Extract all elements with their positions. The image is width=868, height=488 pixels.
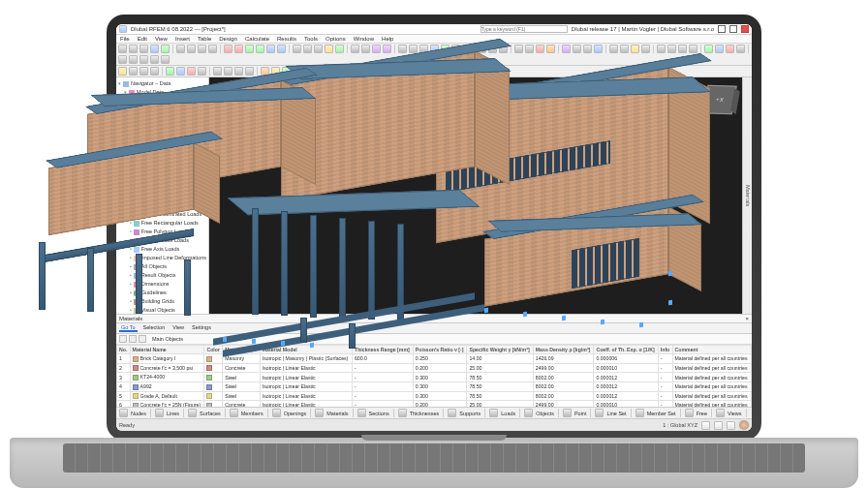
panel-close-icon[interactable]: ×: [745, 316, 749, 321]
toolbar-button[interactable]: [409, 45, 418, 53]
toolbar-button[interactable]: [118, 45, 127, 53]
menu-design[interactable]: Design: [218, 36, 238, 42]
tree-item[interactable]: Materials: [118, 97, 206, 106]
toolbar-button[interactable]: [140, 45, 148, 53]
tree-item[interactable]: Surface Sets: [118, 175, 206, 184]
ribbon-button-icon[interactable]: [315, 409, 324, 417]
table-header[interactable]: Poisson's Ratio ν [-]: [413, 346, 467, 354]
tree-item[interactable]: Sections: [118, 106, 206, 114]
toolbar-button[interactable]: [325, 45, 333, 53]
toolbar-button[interactable]: [499, 45, 508, 53]
table-header[interactable]: Coeff. of Th. Exp. α [1/K]: [594, 346, 658, 354]
user-avatar[interactable]: [739, 420, 749, 430]
tree-item[interactable]: Line Sets: [118, 167, 206, 175]
tree-item[interactable]: Visual Objects: [118, 306, 206, 314]
toolbar-button[interactable]: [461, 67, 470, 76]
menu-results[interactable]: Results: [276, 36, 297, 42]
toolbar-button[interactable]: [245, 45, 254, 53]
mat-tool-btn[interactable]: [129, 335, 137, 343]
ribbon-button-icon[interactable]: [563, 409, 572, 417]
toolbar-button[interactable]: [245, 67, 254, 76]
table-header[interactable]: Mass Density ρ [kg/m³]: [533, 346, 594, 354]
table-row[interactable]: 5Grade A, DefaultSteelIsotropic | Linear…: [117, 391, 752, 401]
table-header[interactable]: Comment: [672, 346, 751, 354]
toolbar-button[interactable]: [303, 45, 312, 53]
toolbar-button[interactable]: [118, 55, 127, 64]
tree-item[interactable]: Free Circular Loads: [118, 201, 206, 210]
toolbar-button[interactable]: [667, 45, 676, 53]
toolbar-button[interactable]: [308, 67, 317, 76]
toolbar-button[interactable]: [266, 45, 275, 53]
toolbar-button[interactable]: [536, 45, 544, 53]
toolbar-button[interactable]: [176, 67, 185, 76]
toolbar-button[interactable]: [187, 67, 196, 76]
toolbar-button[interactable]: [403, 67, 412, 76]
status-btn[interactable]: [701, 421, 710, 430]
menu-calculate[interactable]: Calculate: [244, 36, 270, 42]
ribbon-button-icon[interactable]: [636, 409, 644, 417]
right-panel-tab[interactable]: Materials: [742, 77, 752, 314]
toolbar-button[interactable]: [261, 67, 269, 76]
toolbar-button[interactable]: [525, 45, 534, 53]
tree-item[interactable]: Free Rectangular Loads: [118, 219, 206, 228]
toolbar-button[interactable]: [166, 67, 174, 76]
toolbar-button[interactable]: [435, 67, 444, 76]
viewport-3d[interactable]: +X: [209, 77, 742, 314]
toolbar-button[interactable]: [213, 67, 222, 76]
navigator-tree[interactable]: Navigator – DataModel DataMaterialsSecti…: [116, 77, 209, 314]
tree-item[interactable]: All Objects: [118, 262, 206, 271]
ribbon-button-icon[interactable]: [230, 409, 238, 417]
tree-item[interactable]: Member Load Cases: [118, 184, 206, 193]
toolbar-button[interactable]: [335, 45, 344, 53]
toolbar-button[interactable]: [451, 45, 460, 53]
maximize-icon[interactable]: [729, 25, 737, 33]
toolbar-button[interactable]: [293, 45, 301, 53]
tree-item[interactable]: Free Axis Loads: [118, 245, 206, 254]
toolbar-button[interactable]: [594, 45, 603, 53]
toolbar-button[interactable]: [657, 45, 666, 53]
ribbon-button-icon[interactable]: [448, 409, 456, 417]
toolbar-button[interactable]: [150, 67, 159, 76]
toolbar-button[interactable]: [631, 45, 639, 53]
materials-tab[interactable]: Selection: [141, 324, 168, 332]
toolbar-button[interactable]: [234, 67, 243, 76]
toolbar-button[interactable]: [366, 67, 375, 76]
toolbar-button[interactable]: [129, 67, 138, 76]
table-header[interactable]: Material Name: [130, 346, 204, 354]
table-header[interactable]: Material Model: [260, 346, 352, 354]
toolbar-button[interactable]: [351, 45, 359, 53]
toolbar-button[interactable]: [424, 67, 433, 76]
toolbar-button[interactable]: [414, 67, 422, 76]
table-row[interactable]: 2Concrete f'c = 3,500 psiConcreteIsotrop…: [117, 363, 752, 373]
toolbar-button[interactable]: [609, 45, 618, 53]
tree-item[interactable]: Navigator – Data: [118, 79, 206, 88]
view-cube[interactable]: +X: [702, 85, 736, 115]
toolbar-button[interactable]: [514, 45, 523, 53]
toolbar-button[interactable]: [256, 45, 264, 53]
ribbon-button-icon[interactable]: [716, 409, 725, 417]
menu-options[interactable]: Options: [325, 36, 347, 42]
menu-window[interactable]: Window: [353, 36, 375, 42]
toolbar-button[interactable]: [329, 67, 338, 76]
tree-item[interactable]: Free Concentrated Loads: [118, 210, 206, 219]
tree-item[interactable]: Model Data: [118, 88, 206, 97]
menu-insert[interactable]: Insert: [174, 36, 191, 42]
menu-help[interactable]: Help: [381, 36, 394, 42]
toolbar-button[interactable]: [361, 45, 370, 53]
toolbar-button[interactable]: [478, 45, 486, 53]
toolbar-button[interactable]: [129, 55, 138, 64]
toolbar-button[interactable]: [398, 45, 407, 53]
tree-item[interactable]: Lines: [118, 123, 206, 132]
table-row[interactable]: 3KT24-4000SteelIsotropic | Linear Elasti…: [117, 373, 752, 382]
toolbar-button[interactable]: [715, 45, 724, 53]
toolbar-button[interactable]: [314, 45, 323, 53]
tree-item[interactable]: Building Grids: [118, 297, 206, 306]
toolbar-button[interactable]: [129, 45, 138, 53]
ribbon-button-icon[interactable]: [524, 409, 533, 417]
table-row[interactable]: 4A992SteelIsotropic | Linear Elastic-0.3…: [117, 381, 752, 391]
toolbar-button[interactable]: [319, 67, 327, 76]
tree-item[interactable]: Nodes: [118, 114, 206, 123]
toolbar-button[interactable]: [388, 67, 396, 76]
ribbon-button-icon[interactable]: [155, 409, 164, 417]
toolbar-button[interactable]: [419, 45, 428, 53]
